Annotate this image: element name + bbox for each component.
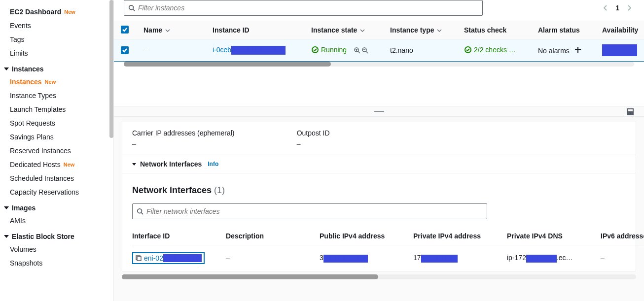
new-badge: New [64,162,75,167]
scrollbar[interactable] [109,0,113,138]
network-interfaces-section-header[interactable]: Network Interfaces Info [122,155,636,173]
alarm-status: No alarms [538,47,570,55]
sidebar-item-volumes[interactable]: Volumes [0,242,113,256]
zoom-in-icon [354,47,360,54]
outpost-id-label: Outpost ID [297,129,462,137]
redacted: XXXXXXX [421,255,458,263]
main-content: 1 Name Instance ID Instance state Instan… [113,0,644,301]
prev-page-icon[interactable] [603,5,608,11]
search-icon [137,208,143,215]
caret-down-icon [4,235,9,238]
svg-line-1 [133,9,135,11]
add-alarm-icon[interactable] [574,46,581,53]
sidebar-item-launch-templates[interactable]: Launch Templates [0,102,113,116]
interface-id-link[interactable]: eni-02 [144,254,163,262]
sidebar-item-amis[interactable]: AMIs [0,214,113,228]
page-number: 1 [615,4,619,12]
ni-filter-input-field[interactable] [146,207,483,215]
network-interfaces-heading: Network interfaces (1) [122,173,636,203]
zoom-out-icon [361,47,368,54]
carrier-ip-value: – [132,140,297,148]
copy-icon[interactable] [135,255,142,262]
filter-network-interfaces-input[interactable] [132,203,487,219]
panel-splitter[interactable] [114,106,644,117]
instances-table: Name Instance ID Instance state Instance… [114,21,644,62]
caret-down-icon [4,67,9,70]
sidebar-item-reserved-instances[interactable]: Reserved Instances [0,144,113,158]
sidebar-item-instances[interactable]: Instances New [0,75,113,89]
search-icon [128,4,135,11]
sidebar-item-dashboard[interactable]: EC2 Dashboard New [0,5,113,19]
sidebar-item-events[interactable]: Events [0,19,113,33]
carrier-ip-label: Carrier IP addresses (ephemeral) [132,129,297,137]
sort-icon[interactable] [360,26,365,34]
filter-input-field[interactable] [138,4,478,12]
svg-line-4 [358,51,360,53]
sidebar-item-savings-plans[interactable]: Savings Plans [0,130,113,144]
horizontal-scrollbar[interactable] [122,274,636,279]
sidebar-item-scheduled-instances[interactable]: Scheduled Instances [0,171,113,185]
outpost-id-value: – [297,140,462,148]
detail-panel: Carrier IP addresses (ephemeral) – Outpo… [114,117,644,301]
description-cell: – [226,245,320,271]
redacted: XXXXXXXX [163,254,202,262]
name-cell: – [137,39,206,62]
caret-down-icon [132,163,136,166]
sidebar-item-instance-types[interactable]: Instance Types [0,89,113,102]
sidebar-item-snapshots[interactable]: Snapshots [0,256,113,270]
sidebar-section-instances[interactable]: Instances [0,60,113,75]
svg-line-8 [366,51,368,53]
info-link[interactable]: Info [208,161,218,167]
ipv6-cell: – [601,245,644,271]
drag-handle-icon [374,111,384,112]
svg-point-0 [129,5,134,10]
sort-icon[interactable] [437,26,442,34]
horizontal-scrollbar[interactable] [124,62,634,67]
svg-line-16 [142,213,143,215]
svg-point-15 [138,209,142,213]
sidebar-item-tags[interactable]: Tags [0,33,113,46]
status-ok-icon [311,46,319,54]
status-ok-icon [464,46,472,54]
sidebar-section-images[interactable]: Images [0,199,113,214]
interface-id-focus[interactable]: eni-02XXXXXXXX [132,252,205,264]
instance-type-cell: t2.nano [383,39,457,62]
instance-state: Running [311,46,347,54]
status-check: 2/2 checks … [464,46,516,54]
svg-rect-14 [628,112,632,114]
sidebar-section-ebs[interactable]: Elastic Block Store [0,228,113,242]
new-badge: New [64,9,75,15]
instance-id-link[interactable]: i-0ceb [213,46,231,54]
pagination: 1 [603,4,634,12]
redacted [602,44,637,56]
next-page-icon[interactable] [626,5,632,11]
redacted: XXXXXXXXX [323,255,368,263]
state-actions[interactable] [354,47,368,54]
table-row[interactable]: eni-02XXXXXXXX – 3XXXXXXXXX 17XXXXXXX ip… [132,245,644,271]
redacted: XXXXXX [526,255,557,263]
sidebar-item-dedicated-hosts[interactable]: Dedicated Hosts New [0,158,113,171]
svg-rect-17 [137,257,141,261]
caret-down-icon [4,206,9,209]
sidebar: EC2 Dashboard New Events Tags Limits Ins… [0,0,113,301]
maximize-icon[interactable] [626,108,634,116]
sort-icon[interactable] [165,26,170,34]
redacted: XXXXXXXXXXX [231,46,286,55]
sidebar-item-spot-requests[interactable]: Spot Requests [0,116,113,130]
row-checkbox[interactable] [121,46,129,54]
filter-instances-input[interactable] [124,0,483,16]
select-all-checkbox[interactable] [121,26,129,33]
table-row[interactable]: – i-0cebXXXXXXXXXXX Running [114,39,644,62]
sidebar-item-limits[interactable]: Limits [0,46,113,60]
new-badge: New [45,79,56,85]
network-interfaces-table: Interface ID Description Public IPv4 add… [132,227,644,271]
sidebar-item-capacity-reservations[interactable]: Capacity Reservations [0,185,113,199]
